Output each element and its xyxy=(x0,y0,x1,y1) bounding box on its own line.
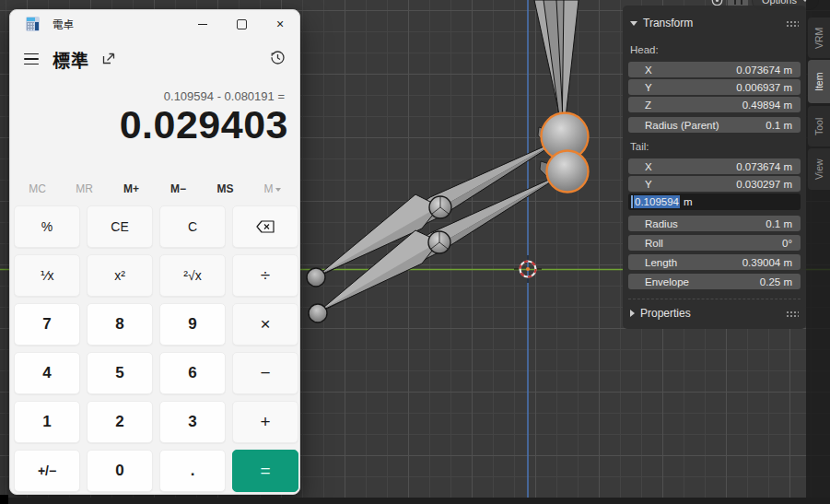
tail-section-label: Tail: xyxy=(630,141,649,154)
field-envelope[interactable]: Envelope 0.25 m xyxy=(628,274,801,289)
field-head-z[interactable]: Z 0.49894 m xyxy=(628,97,801,112)
field-length[interactable]: Length 0.39004 m xyxy=(628,254,801,270)
key-4[interactable]: 4 xyxy=(14,352,80,394)
field-radius-parent[interactable]: Radius (Parent) 0.1 m xyxy=(628,117,801,133)
bone-joint-sphere-mid-upper[interactable] xyxy=(429,196,451,218)
field-value: 0.1 m xyxy=(766,218,801,229)
calculator-nav: 標準 xyxy=(10,43,299,75)
tab-tool[interactable]: Tool xyxy=(808,106,830,147)
key-equals[interactable]: = xyxy=(232,450,298,492)
history-button[interactable] xyxy=(270,50,286,69)
tab-label: VRM xyxy=(813,27,824,48)
key-7[interactable]: 7 xyxy=(14,303,80,346)
calculator-result: 0.029403 xyxy=(120,102,288,147)
panel-drag-handle[interactable] xyxy=(786,20,799,27)
field-value: 0.39004 m xyxy=(742,257,801,268)
field-label: Radius (Parent) xyxy=(628,120,719,131)
window-bottom-edge xyxy=(0,498,830,504)
transform-panel-header[interactable]: Transform xyxy=(630,15,799,31)
calculator-window: 電卓 × 標準 0.109594 - 0.080191 = 0.029403 M… xyxy=(9,9,300,495)
key-1[interactable]: 1 xyxy=(14,401,80,443)
field-head-y[interactable]: Y 0.006937 m xyxy=(628,79,801,95)
key-clear[interactable]: C xyxy=(159,205,226,248)
field-roll[interactable]: Roll 0° xyxy=(628,235,801,251)
field-head-x[interactable]: X 0.073674 m xyxy=(628,62,801,77)
key-subtract[interactable]: − xyxy=(232,352,298,394)
key-square[interactable]: x² xyxy=(87,254,153,297)
properties-panel-header[interactable]: Properties xyxy=(630,305,799,322)
window-corner xyxy=(0,495,8,504)
key-2[interactable]: 2 xyxy=(87,401,153,443)
chevron-down-icon xyxy=(630,21,637,26)
field-value: 0.25 m xyxy=(760,276,801,287)
key-backspace[interactable] xyxy=(232,205,298,248)
key-divide[interactable]: ÷ xyxy=(232,254,298,297)
menu-button[interactable] xyxy=(24,53,39,65)
key-square-root[interactable]: ²√x xyxy=(159,254,226,297)
field-tail-z-editing[interactable]: 0.109594 m xyxy=(628,193,801,210)
calculator-titlebar[interactable]: 電卓 × xyxy=(10,10,299,38)
maximize-icon xyxy=(237,19,247,29)
key-9[interactable]: 9 xyxy=(159,303,226,346)
field-label: Radius xyxy=(628,218,678,229)
memory-menu-button[interactable]: M xyxy=(249,178,296,200)
tab-label: Tool xyxy=(813,117,824,135)
tab-item[interactable]: Item xyxy=(808,60,830,103)
field-tail-x[interactable]: X 0.073674 m xyxy=(628,158,801,174)
memory-row: MC MR M+ M− MS M xyxy=(14,178,296,200)
tab-view[interactable]: View xyxy=(808,148,830,190)
calculator-keypad: % CE C ⅟x x² ²√x ÷ 7 8 9 × 4 5 6 − 1 2 3… xyxy=(14,205,298,492)
bone-joint-sphere-mid-lower[interactable] xyxy=(428,231,450,253)
field-label: Envelope xyxy=(628,276,689,287)
field-value: 0.030297 m xyxy=(736,179,801,190)
field-value: 0.073674 m xyxy=(736,161,801,172)
panel-drag-handle[interactable] xyxy=(786,311,799,317)
key-reciprocal[interactable]: ⅟x xyxy=(14,254,80,297)
memory-recall-button[interactable]: MR xyxy=(61,178,108,200)
bone-joint-sphere-selected-lower[interactable] xyxy=(547,151,589,193)
memory-store-button[interactable]: MS xyxy=(202,178,249,200)
3d-cursor xyxy=(514,255,542,283)
key-8[interactable]: 8 xyxy=(87,303,153,346)
key-3[interactable]: 3 xyxy=(159,401,226,443)
tab-label: Item xyxy=(813,72,824,90)
key-0[interactable]: 0 xyxy=(87,450,153,492)
field-label: X xyxy=(628,64,652,76)
field-value: 0.1 m xyxy=(766,120,801,131)
minimize-icon xyxy=(198,24,207,25)
field-radius[interactable]: Radius 0.1 m xyxy=(628,216,801,231)
window-title: 電卓 xyxy=(53,17,74,31)
field-label: Roll xyxy=(628,238,663,249)
key-multiply[interactable]: × xyxy=(232,303,298,346)
calculator-expression: 0.109594 - 0.080191 = xyxy=(164,89,285,103)
memory-subtract-button[interactable]: M− xyxy=(155,178,202,200)
field-label: Length xyxy=(628,257,677,268)
minimize-button[interactable] xyxy=(183,10,222,38)
bone-joint-sphere-root-lower[interactable] xyxy=(309,304,327,322)
text-cursor xyxy=(631,195,633,208)
key-6[interactable]: 6 xyxy=(159,352,226,394)
memory-menu-label: M xyxy=(264,182,274,195)
key-5[interactable]: 5 xyxy=(87,352,153,394)
key-add[interactable]: + xyxy=(232,401,298,443)
memory-clear-button[interactable]: MC xyxy=(14,178,61,200)
key-clear-entry[interactable]: CE xyxy=(87,205,153,248)
maximize-button[interactable] xyxy=(222,10,261,38)
field-label: X xyxy=(628,161,652,172)
unit-suffix: m xyxy=(680,196,693,207)
chevron-right-icon xyxy=(630,310,635,317)
bone-joint-sphere-root-upper[interactable] xyxy=(307,268,325,287)
key-decimal[interactable]: . xyxy=(159,450,226,492)
chevron-down-icon xyxy=(275,188,281,192)
memory-add-button[interactable]: M+ xyxy=(108,178,155,200)
close-button[interactable]: × xyxy=(261,10,299,38)
field-tail-y[interactable]: Y 0.030297 m xyxy=(628,176,801,192)
key-negate[interactable]: +/− xyxy=(14,450,80,492)
mode-title: 標準 xyxy=(53,47,89,72)
tab-vrm[interactable]: VRM xyxy=(808,18,830,58)
head-section-label: Head: xyxy=(630,44,659,57)
panel-title: Transform xyxy=(643,17,693,29)
calculator-app-icon xyxy=(26,17,40,31)
key-percent[interactable]: % xyxy=(14,205,80,248)
keep-on-top-button[interactable] xyxy=(102,51,116,68)
